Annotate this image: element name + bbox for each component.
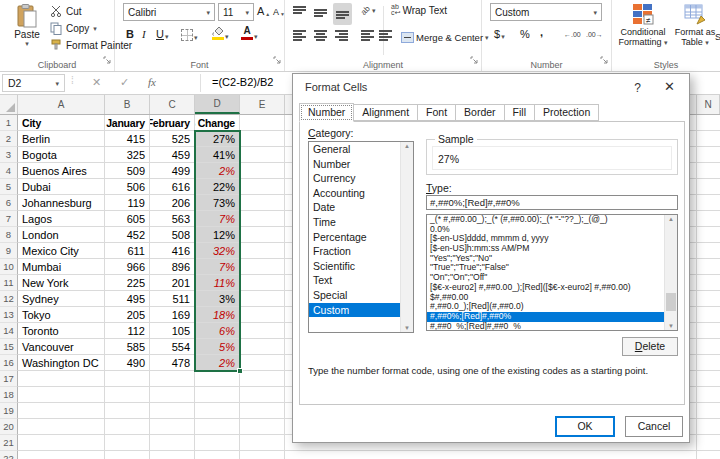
column-header-A[interactable]: A — [18, 95, 105, 114]
category-item-scientific[interactable]: Scientific — [309, 259, 400, 274]
cell-B7[interactable]: 605 — [105, 211, 150, 227]
cell-B9[interactable]: 611 — [105, 243, 150, 259]
decrease-font-button[interactable]: A▼ — [273, 7, 285, 17]
italic-button[interactable]: I — [142, 28, 146, 40]
cell-D18[interactable] — [195, 387, 240, 403]
align-center-button[interactable] — [314, 29, 327, 42]
cell-E20[interactable] — [240, 419, 285, 435]
cell-B20[interactable] — [105, 419, 150, 435]
font-color-button[interactable]: A▾ — [241, 26, 258, 40]
cell-B6[interactable]: 119 — [105, 195, 150, 211]
cell-A12[interactable]: Sydney — [18, 291, 105, 307]
cell-B5[interactable]: 506 — [105, 179, 150, 195]
cell-A3[interactable]: Bogota — [18, 147, 105, 163]
cancel-entry-icon[interactable]: ✕ — [92, 76, 101, 89]
cell-E11[interactable] — [240, 275, 285, 291]
scrollbar-thumb[interactable] — [666, 293, 676, 311]
column-header-D[interactable]: D — [195, 95, 240, 114]
row-header-5[interactable]: 5 — [0, 179, 18, 195]
row-header-18[interactable]: 18 — [0, 387, 18, 403]
row-header-16[interactable]: 16 — [0, 355, 18, 371]
decrease-decimal-button[interactable]: .00→ — [586, 31, 603, 38]
cell-E16[interactable] — [240, 355, 285, 371]
middle-align-button[interactable] — [314, 6, 327, 19]
bold-button[interactable]: B — [126, 28, 134, 40]
cell-E10[interactable] — [240, 259, 285, 275]
cell-C19[interactable] — [150, 403, 195, 419]
cell-B11[interactable]: 225 — [105, 275, 150, 291]
scroll-up-icon[interactable]: ▲ — [665, 216, 677, 222]
cell-E8[interactable] — [240, 227, 285, 243]
cell-D6[interactable]: 73% — [195, 195, 240, 211]
cell-E5[interactable] — [240, 179, 285, 195]
cell-E17[interactable] — [240, 371, 285, 387]
cell-N21[interactable] — [697, 435, 720, 451]
cell-A8[interactable]: London — [18, 227, 105, 243]
cell-A16[interactable]: Washington DC — [18, 355, 105, 371]
cell-C7[interactable]: 563 — [150, 211, 195, 227]
type-scrollbar[interactable]: ▲ ▼ — [664, 215, 677, 330]
cell-N12[interactable] — [697, 291, 720, 307]
dialog-close-icon[interactable]: ✕ — [664, 79, 675, 94]
clipboard-dialog-launcher[interactable] — [103, 51, 112, 69]
align-right-button[interactable] — [335, 29, 348, 42]
font-size-combo[interactable]: 11 ▾ — [218, 3, 254, 21]
row-header-21[interactable]: 21 — [0, 435, 18, 451]
row-header-20[interactable]: 20 — [0, 419, 18, 435]
cell-N3[interactable] — [697, 147, 720, 163]
cell-C11[interactable]: 201 — [150, 275, 195, 291]
column-header-C[interactable]: C — [150, 95, 195, 114]
decrease-indent-button[interactable] — [361, 29, 374, 42]
cell-D9[interactable]: 32% — [195, 243, 240, 259]
cell-N15[interactable] — [697, 339, 720, 355]
cell-N14[interactable] — [697, 323, 720, 339]
row-header-9[interactable]: 9 — [0, 243, 18, 259]
cell-C13[interactable]: 169 — [150, 307, 195, 323]
cell-D16[interactable]: 2% — [195, 355, 240, 371]
cell-A5[interactable]: Dubai — [18, 179, 105, 195]
cell-N1[interactable] — [697, 115, 720, 131]
row-header-17[interactable]: 17 — [0, 371, 18, 387]
number-dialog-launcher[interactable] — [600, 51, 609, 69]
scroll-down-icon[interactable]: ▼ — [665, 323, 677, 329]
scroll-up-icon[interactable]: ▲ — [401, 143, 413, 149]
type-option-11[interactable]: #,##0_%;[Red]#,##0_% — [427, 322, 664, 331]
increase-indent-button[interactable] — [379, 29, 392, 42]
cell-D12[interactable]: 3% — [195, 291, 240, 307]
row-header-10[interactable]: 10 — [0, 259, 18, 275]
row-header-4[interactable]: 4 — [0, 163, 18, 179]
cell-A6[interactable]: Johannesburg — [18, 195, 105, 211]
category-item-accounting[interactable]: Accounting — [309, 186, 400, 201]
tab-border[interactable]: Border — [455, 104, 505, 121]
cell-E1[interactable] — [240, 115, 285, 131]
top-align-button[interactable] — [293, 6, 306, 19]
category-scrollbar[interactable]: ▲ ▼ — [400, 142, 413, 332]
cell-D19[interactable] — [195, 403, 240, 419]
type-option-3[interactable]: [$-en-US]h:mm:ss AM/PM — [427, 244, 664, 254]
cancel-button[interactable]: Cancel — [625, 416, 683, 437]
cell-E6[interactable] — [240, 195, 285, 211]
cell-B1[interactable]: January — [105, 115, 150, 131]
conditional-formatting-button[interactable]: ≠ Conditional Formatting ▾ — [614, 3, 672, 47]
cell-C1[interactable]: February — [150, 115, 195, 131]
cell-A11[interactable]: New York — [18, 275, 105, 291]
cell-D5[interactable]: 22% — [195, 179, 240, 195]
ok-button[interactable]: OK — [555, 416, 615, 437]
cell-D10[interactable]: 7% — [195, 259, 240, 275]
cell-B8[interactable]: 452 — [105, 227, 150, 243]
cut-button[interactable]: Cut — [50, 5, 82, 17]
cell-D17[interactable] — [195, 371, 240, 387]
cell-D21[interactable] — [195, 435, 240, 451]
cell-N17[interactable] — [697, 371, 720, 387]
cell-E21[interactable] — [240, 435, 285, 451]
cell-A13[interactable]: Tokyo — [18, 307, 105, 323]
cell-B12[interactable]: 495 — [105, 291, 150, 307]
cell-A2[interactable]: Berlin — [18, 131, 105, 147]
comma-style-button[interactable]: , — [540, 26, 543, 38]
cell-D14[interactable]: 6% — [195, 323, 240, 339]
type-option-4[interactable]: "Yes";"Yes";"No" — [427, 254, 664, 264]
cell-B19[interactable] — [105, 403, 150, 419]
type-option-0[interactable]: _(* #,##0.00_);_(* (#,##0.00);_(* "-"??_… — [427, 215, 664, 225]
cell-N8[interactable] — [697, 227, 720, 243]
cell-A10[interactable]: Mumbai — [18, 259, 105, 275]
